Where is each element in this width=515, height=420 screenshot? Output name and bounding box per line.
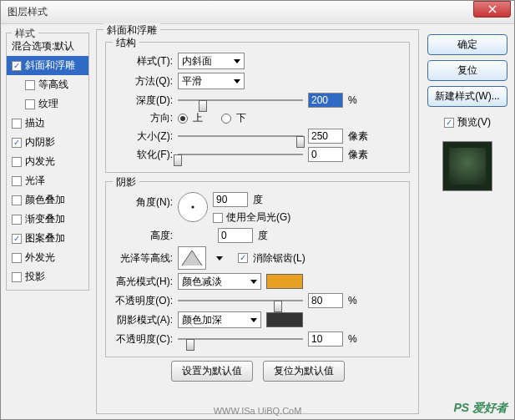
style-value: 内斜面 bbox=[182, 54, 212, 68]
style-checkbox[interactable] bbox=[12, 253, 22, 263]
gloss-contour-picker[interactable] bbox=[178, 246, 206, 270]
chevron-down-icon[interactable] bbox=[216, 256, 223, 261]
style-item-5[interactable]: 内阴影 bbox=[7, 133, 88, 152]
style-checkbox[interactable] bbox=[12, 119, 22, 129]
style-checkbox[interactable] bbox=[12, 61, 22, 71]
style-item-label: 纹理 bbox=[38, 97, 58, 111]
style-checkbox[interactable] bbox=[25, 80, 35, 90]
angle-unit: 度 bbox=[253, 193, 263, 207]
shadow-opacity-input[interactable] bbox=[308, 331, 343, 347]
highlight-opacity-unit: % bbox=[348, 295, 357, 306]
soften-slider[interactable] bbox=[178, 147, 303, 162]
shadow-opacity-label: 不透明度(C): bbox=[114, 332, 173, 347]
bevel-group: 斜面和浮雕 结构 样式(T): 内斜面 方法(Q): 平滑 bbox=[96, 29, 419, 414]
style-item-11[interactable]: 外发光 bbox=[7, 248, 88, 267]
new-style-button[interactable]: 新建样式(W)... bbox=[427, 86, 507, 107]
structure-group: 结构 样式(T): 内斜面 方法(Q): 平滑 bbox=[105, 42, 410, 173]
style-item-label: 斜面和浮雕 bbox=[25, 58, 75, 73]
technique-label: 方法(Q): bbox=[114, 74, 173, 89]
depth-label: 深度(D): bbox=[114, 94, 173, 108]
technique-dropdown[interactable]: 平滑 bbox=[178, 73, 245, 89]
style-item-8[interactable]: 颜色叠加 bbox=[7, 190, 88, 210]
contour-icon bbox=[180, 249, 204, 267]
shading-group: 阴影 角度(N): 度 使用全局光(G) bbox=[105, 181, 410, 357]
style-item-label: 投影 bbox=[25, 270, 45, 284]
size-slider[interactable] bbox=[178, 129, 303, 144]
style-item-label: 渐变叠加 bbox=[25, 212, 65, 226]
style-item-9[interactable]: 渐变叠加 bbox=[7, 210, 88, 229]
style-checkbox[interactable] bbox=[12, 215, 22, 225]
ok-button[interactable]: 确定 bbox=[427, 34, 507, 55]
style-item-label: 内发光 bbox=[25, 154, 55, 169]
highlight-color-swatch[interactable] bbox=[266, 274, 303, 289]
size-input[interactable] bbox=[308, 129, 343, 144]
style-item-4[interactable]: 描边 bbox=[7, 114, 88, 133]
shadow-opacity-unit: % bbox=[348, 333, 357, 345]
depth-input[interactable] bbox=[308, 93, 343, 108]
chevron-down-icon bbox=[250, 318, 257, 322]
style-item-7[interactable]: 光泽 bbox=[7, 171, 88, 190]
style-list: 混合选项:默认斜面和浮雕等高线纹理描边内阴影内发光光泽颜色叠加渐变叠加图案叠加外… bbox=[7, 37, 88, 286]
chevron-down-icon bbox=[234, 59, 240, 63]
altitude-input[interactable] bbox=[218, 228, 253, 243]
soften-unit: 像素 bbox=[348, 148, 368, 162]
style-item-label: 图案叠加 bbox=[25, 231, 65, 245]
direction-down-radio[interactable] bbox=[221, 114, 231, 124]
highlight-mode-dropdown[interactable]: 颜色减淡 bbox=[178, 273, 261, 290]
cancel-button[interactable]: 复位 bbox=[427, 60, 507, 81]
antialias-checkbox[interactable] bbox=[238, 253, 248, 263]
style-item-12[interactable]: 投影 bbox=[7, 267, 88, 286]
direction-up-radio[interactable] bbox=[178, 114, 188, 124]
style-item-6[interactable]: 内发光 bbox=[7, 152, 88, 171]
style-checkbox[interactable] bbox=[12, 272, 22, 282]
highlight-opacity-slider[interactable] bbox=[178, 293, 303, 308]
down-label: 下 bbox=[236, 111, 246, 125]
angle-picker[interactable] bbox=[178, 192, 208, 222]
style-item-label: 外发光 bbox=[25, 250, 55, 265]
style-item-1[interactable]: 斜面和浮雕 bbox=[7, 56, 88, 75]
close-icon bbox=[488, 5, 497, 13]
altitude-unit: 度 bbox=[258, 229, 268, 243]
layer-style-dialog: 图层样式 样式 混合选项:默认斜面和浮雕等高线纹理描边内阴影内发光光泽颜色叠加渐… bbox=[0, 0, 515, 420]
highlight-opacity-input[interactable] bbox=[308, 293, 343, 308]
style-item-2[interactable]: 等高线 bbox=[7, 75, 88, 94]
up-label: 上 bbox=[193, 111, 203, 125]
make-default-button[interactable]: 设置为默认值 bbox=[171, 361, 253, 382]
shadow-opacity-slider[interactable] bbox=[178, 331, 303, 347]
style-item-3[interactable]: 纹理 bbox=[7, 94, 88, 114]
soften-input[interactable] bbox=[308, 147, 343, 162]
watermark-url: WWW.ISa UiBQ.CoM bbox=[214, 406, 302, 416]
style-item-10[interactable]: 图案叠加 bbox=[7, 229, 88, 248]
style-label: 样式(T): bbox=[114, 54, 173, 68]
size-label: 大小(Z): bbox=[114, 129, 173, 144]
style-item-label: 光泽 bbox=[25, 174, 45, 188]
dialog-title: 图层样式 bbox=[8, 5, 473, 19]
antialias-label: 消除锯齿(L) bbox=[253, 251, 305, 266]
depth-unit: % bbox=[348, 94, 357, 106]
angle-input[interactable] bbox=[213, 192, 248, 207]
preview-label: 预览(V) bbox=[457, 115, 491, 129]
shadow-mode-dropdown[interactable]: 颜色加深 bbox=[178, 311, 261, 328]
style-checkbox[interactable] bbox=[12, 138, 22, 148]
style-checkbox[interactable] bbox=[25, 99, 35, 109]
depth-slider[interactable] bbox=[178, 93, 303, 108]
titlebar: 图层样式 bbox=[1, 1, 514, 24]
chevron-down-icon bbox=[234, 79, 240, 83]
shadow-color-swatch[interactable] bbox=[266, 312, 303, 327]
close-button[interactable] bbox=[473, 1, 511, 18]
style-checkbox[interactable] bbox=[12, 176, 22, 186]
style-item-label: 内阴影 bbox=[25, 135, 55, 149]
chevron-down-icon bbox=[250, 280, 257, 284]
style-checkbox[interactable] bbox=[12, 157, 22, 167]
soften-label: 软化(F): bbox=[114, 148, 173, 162]
style-checkbox[interactable] bbox=[12, 234, 22, 244]
style-header: 样式 bbox=[12, 27, 38, 41]
style-checkbox[interactable] bbox=[12, 195, 22, 205]
style-fieldset: 样式 混合选项:默认斜面和浮雕等高线纹理描边内阴影内发光光泽颜色叠加渐变叠加图案… bbox=[6, 33, 89, 291]
preview-checkbox[interactable] bbox=[444, 118, 454, 128]
style-dropdown[interactable]: 内斜面 bbox=[178, 53, 245, 69]
style-item-label: 等高线 bbox=[38, 78, 68, 92]
shading-title: 阴影 bbox=[113, 175, 139, 190]
reset-default-button[interactable]: 复位为默认值 bbox=[263, 361, 345, 382]
global-light-checkbox[interactable] bbox=[213, 213, 223, 223]
